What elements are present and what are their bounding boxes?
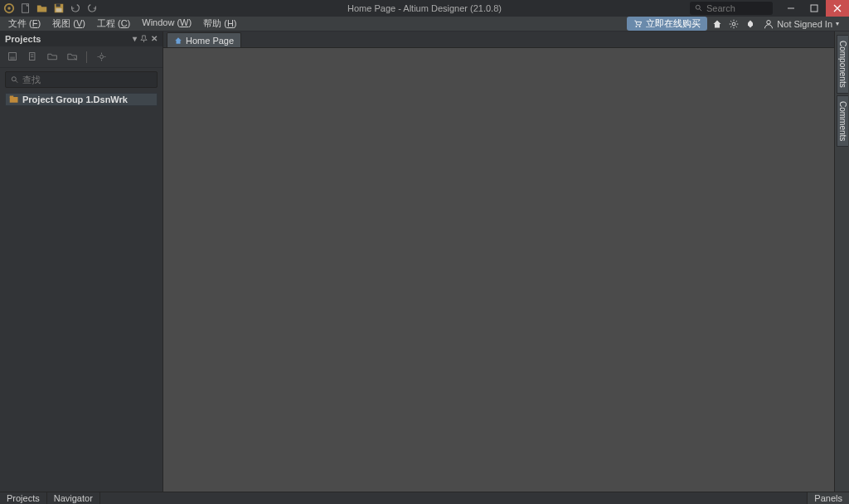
right-rail: Components Comments [834,32,849,492]
svg-point-13 [639,26,641,27]
settings-gear-icon[interactable] [95,51,107,63]
save-icon[interactable] [53,2,65,14]
home-tab-icon [174,36,182,45]
buy-now-label: 立即在线购买 [646,17,701,30]
svg-rect-5 [56,8,62,12]
svg-point-12 [636,26,638,27]
svg-line-35 [16,80,18,83]
svg-line-19 [731,21,732,22]
menubar: 文件 (F) 视图 (V) 工程 (C) Window (W) 帮助 (H) 立… [0,17,849,32]
svg-point-29 [99,55,103,58]
compile-icon[interactable] [27,51,38,63]
tab-home-page[interactable]: Home Page [167,32,241,47]
undo-icon[interactable] [70,2,81,14]
panel-close-icon[interactable]: ✕ [151,35,158,43]
home-icon[interactable] [711,17,724,31]
projects-panel: Projects ▾ ✕ [0,32,163,492]
tab-label: Home Page [186,36,234,46]
project-group-icon [9,94,19,104]
panel-header-controls: ▾ ✕ [133,35,158,44]
status-tab-navigator[interactable]: Navigator [47,492,100,504]
panel-pin-icon[interactable] [140,35,148,44]
titlebar-right [690,0,849,17]
svg-rect-4 [56,4,61,7]
open-folder-icon[interactable] [36,2,48,14]
projects-tree: Project Group 1.DsnWrk [0,91,163,108]
svg-point-1 [7,7,11,10]
search-icon [11,75,19,85]
svg-point-6 [696,5,700,9]
status-tab-projects[interactable]: Projects [0,492,47,504]
projects-panel-header[interactable]: Projects ▾ ✕ [0,32,163,46]
search-input[interactable] [706,3,764,13]
user-icon [764,19,774,29]
minimize-button[interactable] [779,0,803,17]
redo-icon[interactable] [86,2,98,14]
menu-window[interactable]: Window (W) [137,17,196,31]
svg-line-22 [736,21,737,22]
rail-tab-components[interactable]: Components [837,35,848,94]
project-group-label: Project Group 1.DsnWrk [22,94,128,104]
altium-logo-icon[interactable] [3,2,15,14]
rail-tab-comments[interactable]: Comments [837,95,848,147]
titlebar-search[interactable] [690,2,773,15]
save-all-icon[interactable] [7,51,18,63]
signin-button[interactable]: Not Signed In ▾ [760,19,842,29]
menu-project[interactable]: 工程 (C) [92,17,135,31]
menu-help[interactable]: 帮助 (H) [198,17,241,31]
panel-dropdown-icon[interactable]: ▾ [133,35,137,43]
project-group-item[interactable]: Project Group 1.DsnWrk [5,93,158,106]
svg-line-7 [700,9,702,12]
window-title: Home Page - Altium Designer (21.0.8) [347,3,502,13]
menubar-right: 立即在线购买 Not Signed In ▾ [627,17,846,31]
statusbar-left: Projects Navigator [0,492,100,504]
new-file-icon[interactable] [20,2,32,14]
settings-icon[interactable] [727,17,740,31]
center-area: Home Page [163,32,834,492]
notifications-icon[interactable] [744,17,757,31]
menubar-items: 文件 (F) 视图 (V) 工程 (C) Window (W) 帮助 (H) [3,17,242,31]
titlebar-left-icons [0,2,98,14]
signin-label: Not Signed In [777,19,832,29]
svg-line-20 [736,26,737,27]
svg-point-14 [732,22,735,26]
toolbar-separator [86,51,87,63]
buy-now-button[interactable]: 立即在线购买 [627,17,707,31]
document-area [163,48,834,492]
document-tab-strip: Home Page [163,32,834,48]
statusbar: Projects Navigator Panels [0,492,849,504]
maximize-button[interactable] [803,0,826,17]
svg-line-21 [731,26,732,27]
svg-point-34 [12,76,16,80]
body: Projects ▾ ✕ [0,32,849,492]
projects-search-input[interactable] [22,75,152,85]
chevron-down-icon: ▾ [836,20,839,27]
menu-view[interactable]: 视图 (V) [47,17,90,31]
close-button[interactable] [826,0,849,17]
svg-point-23 [767,20,771,24]
titlebar: Home Page - Altium Designer (21.0.8) [0,0,849,17]
folder-icon[interactable] [46,51,58,63]
svg-rect-25 [10,57,15,60]
menu-file[interactable]: 文件 (F) [3,17,46,31]
cart-icon [633,19,643,28]
svg-rect-9 [811,5,817,12]
search-icon [695,4,703,12]
projects-toolbar [0,46,163,68]
projects-panel-title: Projects [5,34,41,44]
svg-rect-36 [10,97,18,103]
svg-rect-37 [10,96,14,98]
status-panels-button[interactable]: Panels [807,492,849,504]
projects-search [5,71,158,88]
projects-search-box[interactable] [5,71,158,88]
folder-link-icon[interactable] [66,51,78,63]
